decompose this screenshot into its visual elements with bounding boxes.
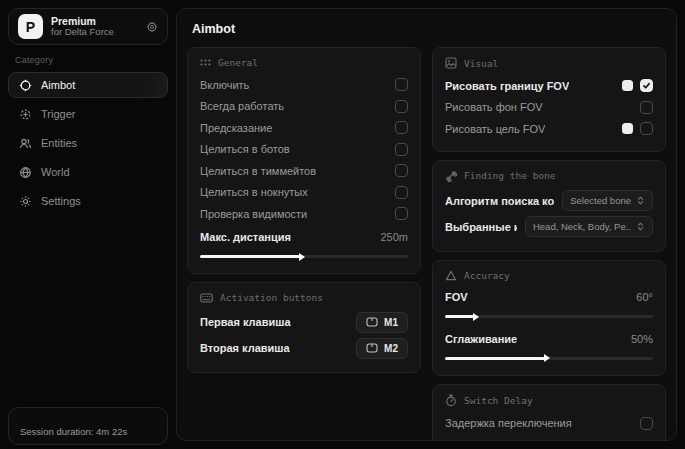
category-label: Category xyxy=(15,55,176,65)
sidebar-item-aimbot[interactable]: Aimbot xyxy=(8,72,168,98)
fov-target-color-swatch[interactable] xyxy=(622,123,633,134)
toggle-label: Предсказание xyxy=(200,122,272,134)
sidebar: P Premium for Delta Force Category xyxy=(0,0,176,449)
app-window: P Premium for Delta Force Category xyxy=(0,0,685,449)
main-panel: Aimbot General Включить xyxy=(176,8,677,441)
sidebar-item-label: Entities xyxy=(41,137,77,149)
max-distance-slider[interactable] xyxy=(200,255,408,258)
slider-label: Сглаживание xyxy=(445,333,517,345)
visual-row-label: Рисовать границу FOV xyxy=(445,80,569,92)
mouse-icon xyxy=(366,343,378,353)
switch-delay-card: Switch Delay Задержка переключения Задер… xyxy=(432,384,666,442)
sidebar-item-entities[interactable]: Entities xyxy=(8,130,168,156)
stopwatch-icon xyxy=(445,394,457,407)
prediction-checkbox[interactable] xyxy=(395,121,408,134)
activation-card: Activation buttons Первая клавиша M1 xyxy=(187,282,421,373)
second-key-button[interactable]: M2 xyxy=(356,338,408,359)
sidebar-item-settings[interactable]: Settings xyxy=(8,188,168,214)
session-duration: Session duration: 4m 22s xyxy=(20,426,127,437)
always-work-checkbox[interactable] xyxy=(395,100,408,113)
select-value: Selected bone xyxy=(570,195,631,206)
fov-slider[interactable] xyxy=(445,315,653,318)
entities-icon xyxy=(19,137,32,150)
grid-icon xyxy=(200,58,211,67)
sidebar-item-label: Settings xyxy=(41,195,81,207)
triangle-icon xyxy=(445,270,457,281)
selected-bones-select[interactable]: Head, Neck, Body, Pe.. xyxy=(525,216,653,237)
app-header: P Premium for Delta Force xyxy=(8,8,168,45)
sidebar-item-label: Trigger xyxy=(41,108,75,120)
section-title: Switch Delay xyxy=(464,395,533,406)
bone-icon xyxy=(445,170,457,182)
bone-row-label: Алгоритм поиска костей xyxy=(445,195,554,207)
session-box: Session duration: 4m 22s xyxy=(8,407,168,445)
toggle-label: Проверка видимости xyxy=(200,208,307,220)
toggle-label: Всегда работать xyxy=(200,100,284,112)
draw-fov-target-checkbox[interactable] xyxy=(640,122,653,135)
slider-label: FOV xyxy=(445,291,468,303)
toggle-label: Включить xyxy=(200,79,249,91)
accuracy-card: Accuracy FOV 60° Сглаживание 50% xyxy=(432,260,666,376)
sync-icon[interactable] xyxy=(146,21,158,33)
toggle-label: Целиться в тиммейтов xyxy=(200,165,316,177)
keybind-value: M2 xyxy=(384,343,398,354)
slider-value: 250m xyxy=(380,231,408,243)
app-logo: P xyxy=(18,14,43,39)
keybind-label: Первая клавиша xyxy=(200,316,291,328)
section-title: Activation buttons xyxy=(220,292,323,303)
target-knocked-checkbox[interactable] xyxy=(395,186,408,199)
draw-fov-border-checkbox[interactable] xyxy=(640,79,653,92)
bone-card: Finding the bone Алгоритм поиска костей … xyxy=(432,160,666,252)
visibility-check-checkbox[interactable] xyxy=(395,207,408,220)
target-bots-checkbox[interactable] xyxy=(395,143,408,156)
section-title: Accuracy xyxy=(464,270,510,281)
target-teammates-checkbox[interactable] xyxy=(395,164,408,177)
mouse-icon xyxy=(366,317,378,327)
fov-border-color-swatch[interactable] xyxy=(622,80,633,91)
crosshair-icon xyxy=(19,79,32,92)
keyboard-icon xyxy=(200,293,213,303)
general-card: General Включить Всегда работать Предска… xyxy=(187,47,421,274)
draw-fov-background-checkbox[interactable] xyxy=(640,101,653,114)
slider-value: 60° xyxy=(636,291,653,303)
smoothing-slider[interactable] xyxy=(445,357,653,360)
select-value: Head, Neck, Body, Pe.. xyxy=(533,221,631,232)
section-title: General xyxy=(218,57,258,68)
visual-row-label: Рисовать фон FOV xyxy=(445,101,543,113)
check-icon xyxy=(642,81,651,90)
image-icon xyxy=(445,57,457,69)
gear-icon xyxy=(19,195,32,208)
switch-delay-checkbox[interactable] xyxy=(640,417,653,430)
slider-label: Макс. дистанция xyxy=(200,231,291,243)
section-title: Visual xyxy=(464,58,498,69)
toggle-label: Целиться в нокнутых xyxy=(200,186,308,198)
visual-card: Visual Рисовать границу FOV xyxy=(432,47,666,152)
page-title: Aimbot xyxy=(177,9,676,47)
toggle-label: Целиться в ботов xyxy=(200,143,290,155)
app-subtitle: for Delta Force xyxy=(51,27,138,38)
slider-value: 50% xyxy=(631,333,653,345)
enable-checkbox[interactable] xyxy=(395,78,408,91)
section-title: Finding the bone xyxy=(464,170,556,181)
keybind-value: M1 xyxy=(384,317,398,328)
visual-row-label: Рисовать цель FOV xyxy=(445,123,545,135)
toggle-label: Задержка переключения xyxy=(445,417,572,429)
sidebar-item-world[interactable]: World xyxy=(8,159,168,185)
chevron-up-down-icon xyxy=(636,195,645,206)
trigger-icon xyxy=(19,108,32,121)
first-key-button[interactable]: M1 xyxy=(356,312,408,333)
chevron-up-down-icon xyxy=(636,221,645,232)
sidebar-item-trigger[interactable]: Trigger xyxy=(8,101,168,127)
sidebar-item-label: World xyxy=(41,166,70,178)
sidebar-item-label: Aimbot xyxy=(41,79,75,91)
bone-search-algorithm-select[interactable]: Selected bone xyxy=(562,190,653,211)
globe-icon xyxy=(19,166,32,179)
keybind-label: Вторая клавиша xyxy=(200,342,290,354)
bone-row-label: Выбранные кости xyxy=(445,221,517,233)
sidebar-nav: Aimbot Trigger xyxy=(0,72,176,214)
